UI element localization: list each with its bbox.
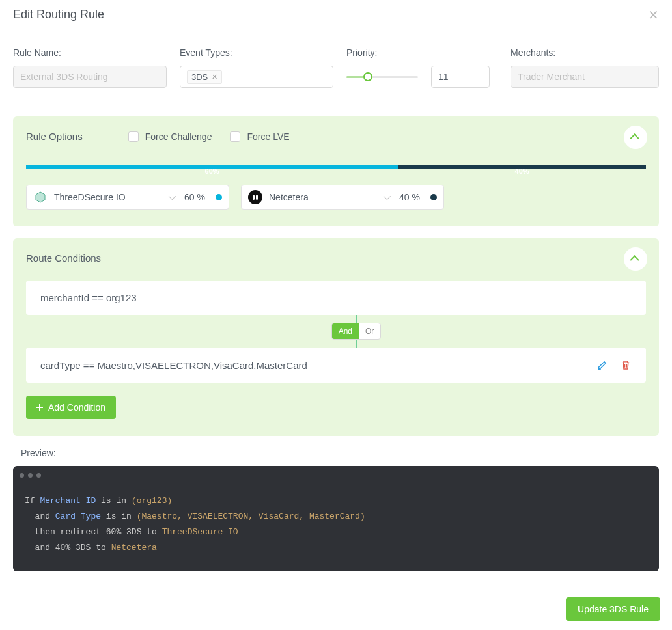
- delete-icon[interactable]: [620, 359, 632, 371]
- and-button[interactable]: And: [332, 323, 359, 339]
- event-types-field: Event Types: 3DS ✕: [180, 48, 333, 88]
- merchants-label: Merchants:: [511, 48, 659, 58]
- window-dot-icon: [36, 473, 41, 478]
- condition-row[interactable]: cardType == Maestro,VISAELECTRON,VisaCar…: [26, 348, 646, 383]
- modal-title: Edit Routing Rule: [13, 8, 104, 21]
- svg-marker-0: [36, 192, 45, 202]
- chevron-down-icon: [169, 193, 176, 200]
- provider-icon: [33, 190, 48, 204]
- merchants-input[interactable]: Trader Merchant: [511, 66, 659, 88]
- provider-color-dot: [430, 194, 437, 200]
- chevron-down-icon: [384, 193, 391, 200]
- and-or-toggle[interactable]: And Or: [331, 323, 382, 340]
- distribution-segment-1: 60%: [26, 161, 398, 173]
- provider-row: ThreeDSecure IO 60 % Netcetera 40 %: [26, 185, 646, 210]
- provider-icon: [248, 190, 262, 204]
- checkbox-icon: [230, 131, 240, 142]
- preview-code: If Merchant ID is in (org123) and Card T…: [13, 466, 659, 571]
- condition-row[interactable]: merchantId == org123: [26, 281, 646, 315]
- rule-options-title: Rule Options: [26, 131, 83, 142]
- force-lve-checkbox[interactable]: Force LVE: [230, 131, 289, 142]
- merchants-field: Merchants: Trader Merchant: [511, 48, 659, 88]
- svg-rect-2: [256, 195, 258, 200]
- provider-card-threedsecure[interactable]: ThreeDSecure IO 60 %: [26, 185, 229, 210]
- svg-rect-1: [253, 195, 255, 200]
- event-types-label: Event Types:: [180, 48, 333, 58]
- event-types-input[interactable]: 3DS ✕: [180, 66, 333, 88]
- provider-card-netcetera[interactable]: Netcetera 40 %: [241, 185, 444, 210]
- rule-name-label: Rule Name:: [13, 48, 167, 58]
- distribution-bar: 60% 40%: [26, 161, 646, 173]
- preview-label: Preview:: [21, 448, 659, 458]
- edit-routing-rule-modal: Edit Routing Rule ✕ Rule Name: External …: [0, 0, 672, 630]
- route-conditions-panel: Route Conditions merchantId == org123 An…: [13, 238, 659, 436]
- route-conditions-title: Route Conditions: [26, 253, 646, 264]
- or-button[interactable]: Or: [359, 323, 380, 339]
- force-challenge-checkbox[interactable]: Force Challenge: [128, 131, 212, 142]
- code-titlebar: [13, 466, 659, 484]
- modal-header: Edit Routing Rule ✕: [0, 0, 672, 31]
- slider-knob[interactable]: [363, 72, 372, 81]
- rule-options-panel: Rule Options Force Challenge Force LVE: [13, 116, 659, 226]
- modal-body: Rule Name: External 3DS Routing Event Ty…: [0, 31, 672, 588]
- event-type-tag: 3DS ✕: [187, 70, 222, 84]
- rule-name-field: Rule Name: External 3DS Routing: [13, 48, 167, 88]
- chevron-up-icon: [630, 255, 639, 264]
- form-top-row: Rule Name: External 3DS Routing Event Ty…: [13, 48, 659, 88]
- collapse-button[interactable]: [624, 126, 647, 149]
- plus-icon: [36, 404, 43, 411]
- priority-field: Priority:: [346, 48, 497, 88]
- distribution-segment-2: 40%: [398, 161, 646, 173]
- close-icon[interactable]: ✕: [648, 8, 659, 21]
- tag-remove-icon[interactable]: ✕: [212, 73, 217, 81]
- window-dot-icon: [28, 473, 33, 478]
- provider-color-dot: [216, 194, 222, 200]
- edit-icon[interactable]: [596, 359, 608, 371]
- priority-input[interactable]: [431, 66, 490, 88]
- checkbox-group: Force Challenge Force LVE: [128, 131, 290, 142]
- collapse-button[interactable]: [624, 247, 647, 271]
- rule-name-input[interactable]: External 3DS Routing: [13, 66, 167, 88]
- priority-slider[interactable]: [346, 66, 418, 88]
- modal-footer: Update 3DS Rule: [0, 588, 672, 630]
- checkbox-icon: [128, 131, 139, 142]
- add-condition-button[interactable]: Add Condition: [26, 396, 116, 419]
- update-rule-button[interactable]: Update 3DS Rule: [566, 597, 660, 621]
- condition-connector: And Or: [66, 315, 646, 348]
- priority-label: Priority:: [346, 48, 497, 58]
- window-dot-icon: [20, 473, 24, 478]
- chevron-up-icon: [630, 133, 639, 143]
- condition-actions: [596, 359, 632, 371]
- code-body: If Merchant ID is in (org123) and Card T…: [13, 484, 659, 571]
